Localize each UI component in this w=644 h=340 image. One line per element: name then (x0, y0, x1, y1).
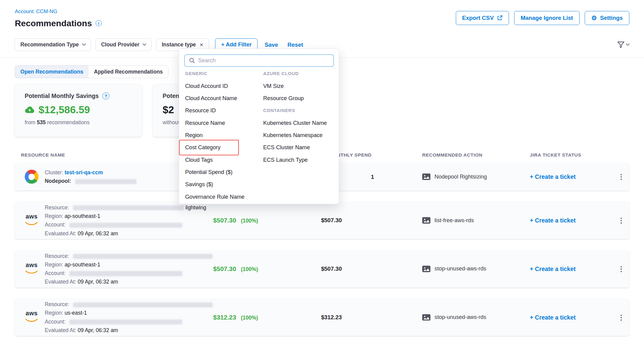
spend-card-title-fragment: Poten (163, 92, 179, 99)
filter-option-region[interactable]: Region (185, 129, 262, 141)
filter-search-input[interactable] (198, 57, 329, 64)
evaluated-at-value: 09 Apr, 06:32 am (78, 279, 118, 285)
column-header-jira-ticket-status: JIRA TICKET STATUS (530, 152, 581, 158)
resource-label: Resource: (45, 204, 69, 211)
savings-sub-prefix: from (25, 119, 35, 125)
filter-option-ecs-cluster-name[interactable]: ECS Cluster Name (263, 141, 337, 154)
row-menu-icon[interactable]: ⋮ (616, 313, 627, 321)
filter-option-resource-name[interactable]: Resource Name (185, 117, 262, 129)
recommended-action-label: list-free-aws-rds (434, 217, 474, 224)
export-csv-button[interactable]: Export CSV (456, 11, 509, 25)
aws-logo-text: aws (25, 262, 39, 268)
filter-option-resource-group[interactable]: Resource Group (263, 92, 337, 104)
header-actions: Export CSV Manage Ignore List ⚙ Settings (456, 11, 629, 25)
savings-sub-suffix: recommendations (47, 119, 90, 125)
export-csv-label: Export CSV (462, 15, 494, 21)
monthly-spend-cell: $507.30 (264, 217, 399, 224)
close-icon[interactable]: ✕ (199, 42, 203, 47)
region-label: Region: (45, 262, 63, 268)
cluster-label: Cluster: (45, 169, 63, 175)
create-ticket-link[interactable]: + Create a ticket (530, 314, 576, 321)
filter-option-cloud-account-id[interactable]: Cloud Account ID (185, 80, 262, 92)
tab-open-recommendations[interactable]: Open Recommendations (15, 66, 89, 78)
add-filter-dropdown: GENERIC Cloud Account ID Cloud Account N… (179, 49, 339, 204)
reset-filter-button[interactable]: Reset (285, 42, 306, 48)
redacted-resource-value (73, 302, 213, 307)
filter-option-cloud-account-name[interactable]: Cloud Account Name (185, 92, 262, 104)
filter-chip-recommendation-type[interactable]: Recommendation Type (15, 38, 91, 51)
aws-provider-icon: aws (25, 214, 39, 227)
savings-card-title: Potential Monthly Savings (25, 92, 99, 99)
save-filter-button[interactable]: Save (262, 42, 280, 48)
resource-label: Resource: (45, 301, 69, 307)
redacted-nodepool-value (75, 179, 137, 184)
filter-option-kubernetes-namespace[interactable]: Kubernetes Namespace (263, 129, 337, 141)
create-ticket-link[interactable]: + Create a ticket (530, 266, 576, 273)
row-menu-icon[interactable]: ⋮ (616, 216, 627, 225)
column-header-resource-name: RESOURCE NAME (21, 152, 65, 158)
recommended-action-icon (422, 266, 430, 272)
filter-option-vm-size[interactable]: VM Size (263, 80, 337, 92)
aws-provider-icon: aws (25, 311, 39, 324)
filter-option-cloud-tags[interactable]: Cloud Tags (185, 154, 262, 166)
savings-value: $507.30 (213, 265, 236, 272)
redacted-resource-value (73, 254, 213, 259)
table-row: aws Resource: lightwing Region: ap-south… (15, 202, 629, 239)
gcp-provider-icon (25, 170, 39, 184)
monthly-spend-fragment: 1 (371, 174, 374, 180)
column-header-recommended-action: RECOMMENDED ACTION (422, 152, 482, 158)
evaluated-at-value: 09 Apr, 06:32 am (78, 230, 118, 237)
aws-logo-text: aws (25, 311, 39, 316)
manage-ignore-list-button[interactable]: Manage Ignore List (514, 11, 580, 25)
region-label: Region: (45, 213, 63, 219)
filter-option-potential-spend[interactable]: Potential Spend ($) (185, 166, 262, 178)
tab-applied-recommendations[interactable]: Applied Recommendations (89, 66, 168, 78)
aws-smile-icon (25, 222, 38, 225)
filter-option-savings[interactable]: Savings ($) (185, 178, 262, 190)
monthly-savings-cell: $312.23 (100%) (213, 313, 258, 321)
redacted-account-value (69, 271, 182, 276)
chevron-down-icon (82, 42, 86, 46)
savings-value: $312.23 (213, 313, 236, 320)
monthly-spend-cell: $507.30 (264, 266, 399, 272)
recommended-action-icon (422, 217, 430, 224)
spend-card-amount-fragment: $2 (163, 104, 174, 116)
create-ticket-link[interactable]: + Create a ticket (530, 173, 576, 180)
chip-label: Cloud Provider (101, 42, 139, 48)
filter-group-generic: GENERIC Cloud Account ID Cloud Account N… (185, 67, 262, 203)
filter-option-resource-id[interactable]: Resource ID (185, 104, 262, 117)
settings-button[interactable]: ⚙ Settings (585, 11, 629, 25)
account-breadcrumb[interactable]: Account: CCM-NG (15, 9, 57, 14)
page-title: Recommendations (15, 18, 92, 28)
chevron-down-icon (626, 42, 630, 46)
gear-icon: ⚙ (591, 15, 597, 21)
region-label: Region: (45, 310, 63, 316)
filter-option-kubernetes-cluster-name[interactable]: Kubernetes Cluster Name (263, 117, 337, 129)
table-row: aws Resource: Region: us-east-1 (15, 299, 629, 336)
filter-panel-toggle[interactable] (617, 42, 629, 48)
redacted-resource-value (73, 205, 184, 210)
recommended-action-label: stop-unused-aws-rds (434, 314, 486, 320)
region-value: ap-southeast-1 (65, 262, 101, 268)
savings-percent: (100%) (241, 266, 258, 272)
redacted-account-value (69, 223, 182, 228)
account-label: Account: (45, 270, 66, 276)
row-menu-icon[interactable]: ⋮ (616, 173, 627, 181)
chip-label: Recommendation Type (20, 42, 79, 48)
savings-percent: (100%) (241, 314, 258, 320)
info-icon[interactable]: i (96, 20, 102, 26)
table-row: aws Resource: Region: ap-southeast-1 (15, 251, 629, 288)
filter-chip-cloud-provider[interactable]: Cloud Provider (96, 38, 152, 51)
chevron-down-icon (142, 42, 146, 46)
filter-option-cost-category[interactable]: Cost Category (185, 141, 262, 154)
evaluated-at-label: Evaluated At: (45, 279, 76, 285)
chip-label: Instance type (162, 42, 196, 48)
question-icon[interactable]: ? (102, 92, 109, 99)
cluster-name-link[interactable]: test-sri-qa-ccm (65, 169, 103, 175)
monthly-savings-cell: $507.30 (100%) (213, 217, 258, 224)
row-menu-icon[interactable]: ⋮ (616, 265, 627, 273)
create-ticket-link[interactable]: + Create a ticket (530, 217, 576, 224)
evaluated-at-label: Evaluated At: (45, 230, 76, 237)
filter-option-governance-rule-name[interactable]: Governance Rule Name (185, 191, 262, 203)
filter-option-ecs-launch-type[interactable]: ECS Launch Type (263, 154, 337, 166)
